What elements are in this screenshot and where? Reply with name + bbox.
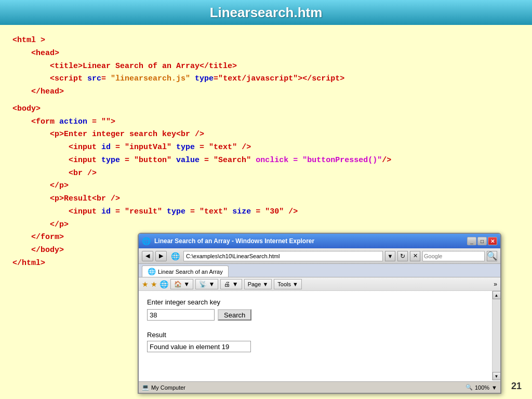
zoom-dropdown-icon[interactable]: ▼	[491, 384, 497, 391]
address-dropdown-button[interactable]: ▼	[385, 251, 395, 261]
minimize-button[interactable]: _	[467, 237, 476, 245]
slide-title: Linearsearch.htm	[210, 5, 323, 21]
nav-toolbar: ◀ ▶ 🌐 C:\examples\ch10\LinearSearch.html…	[139, 248, 500, 264]
code-line-3: <title>Linear Search of an Array</title>	[50, 60, 520, 73]
secondary-toolbar: ★ ★ 🌐 🏠 ▼ 📡 ▼ 🖨 ▼ Page ▼ Tools ▼ »	[139, 277, 500, 291]
home-button[interactable]: 🏠 ▼	[170, 279, 193, 289]
code-line-15: </p>	[50, 219, 520, 232]
code-line-2: <head>	[31, 47, 520, 60]
favorites-star-icon: ★	[142, 280, 149, 288]
browser-title: Linear Search of an Array - Windows Inte…	[154, 237, 465, 245]
code-line-5: </head>	[31, 86, 520, 99]
tools-button[interactable]: Tools ▼	[274, 279, 302, 289]
code-line-10: <input type = "button" value = "Search" …	[69, 154, 520, 167]
print-button[interactable]: 🖨 ▼	[220, 279, 242, 289]
address-bar[interactable]: C:\examples\ch10\LinearSearch.html	[183, 251, 383, 261]
google-search-input[interactable]	[422, 251, 485, 261]
browser-content-area: Enter integer search key Search Result ▲…	[139, 291, 500, 380]
code-line-1: <html >	[12, 34, 520, 47]
slide-header: Linearsearch.htm	[0, 0, 532, 25]
tab-label: Linear Search of an Array	[158, 269, 223, 275]
tab-bar: 🌐 Linear Search of an Array	[139, 264, 500, 277]
result-input[interactable]	[147, 341, 251, 352]
browser-tab[interactable]: 🌐 Linear Search of an Array	[142, 265, 229, 277]
zoom-level: 100%	[475, 384, 489, 391]
search-button[interactable]: Search	[218, 309, 251, 321]
main-content: <html > <head> <title>Linear Search of a…	[0, 25, 532, 399]
scroll-up-button[interactable]: ▲	[493, 291, 501, 299]
scroll-track	[493, 299, 501, 372]
result-label: Result	[147, 331, 492, 339]
search-input[interactable]	[147, 309, 215, 321]
browser-titlebar: 🌐 Linear Search of an Array - Windows In…	[139, 234, 500, 248]
code-line-7: <form action = "">	[31, 116, 520, 129]
page-number: 21	[511, 381, 522, 392]
ie-logo-icon: 🌐	[142, 237, 151, 245]
window-controls: _ □ ✕	[467, 237, 497, 245]
address-ie-icon: 🌐	[171, 252, 180, 260]
browser-window: 🌐 Linear Search of an Array - Windows In…	[138, 233, 501, 394]
scroll-down-button[interactable]: ▼	[493, 372, 501, 380]
browser-statusbar: 💻 My Computer 🔍 100% ▼	[139, 381, 500, 393]
forward-button[interactable]: ▶	[155, 251, 167, 261]
expand-button[interactable]: »	[494, 281, 497, 288]
tab-ie-icon: 🌐	[148, 268, 156, 275]
address-text: C:\examples\ch10\LinearSearch.html	[186, 253, 280, 259]
maximize-button[interactable]: □	[477, 237, 487, 245]
browser-body: Enter integer search key Search Result	[139, 291, 500, 322]
refresh-button[interactable]: ↻	[397, 251, 408, 261]
code-line-6: <body>	[12, 103, 520, 116]
search-form-row: Search	[147, 309, 492, 321]
browser-scrollbar: ▲ ▼	[492, 291, 500, 380]
code-line-8: <p>Enter integer search key<br />	[50, 128, 520, 141]
back-button[interactable]: ◀	[142, 251, 153, 261]
code-line-14: <input id = "result" type = "text" size …	[69, 206, 520, 219]
code-line-12: </p>	[50, 180, 520, 193]
code-line-13: <p>Result<br />	[50, 193, 520, 206]
status-computer-icon: 💻 My Computer	[142, 384, 185, 391]
search-go-button[interactable]: 🔍	[487, 251, 497, 261]
feeds-button[interactable]: 📡 ▼	[195, 279, 218, 289]
status-text: My Computer	[151, 384, 185, 391]
ie-icon-toolbar: 🌐	[159, 280, 168, 288]
close-button[interactable]: ✕	[488, 237, 497, 245]
stop-button[interactable]: ✕	[410, 251, 420, 261]
add-favorites-icon: ★	[151, 280, 157, 288]
code-line-9: <input id = "inputVal" type = "text" />	[69, 141, 520, 154]
page-button[interactable]: Page ▼	[244, 279, 272, 289]
form-label: Enter integer search key	[147, 298, 492, 306]
zoom-icon: 🔍	[466, 384, 473, 391]
code-line-4: <script src= "linearsearch.js" type="tex…	[50, 73, 520, 86]
zoom-control: 🔍 100% ▼	[466, 384, 497, 391]
computer-icon: 💻	[142, 384, 149, 391]
code-line-11: <br />	[69, 167, 520, 180]
